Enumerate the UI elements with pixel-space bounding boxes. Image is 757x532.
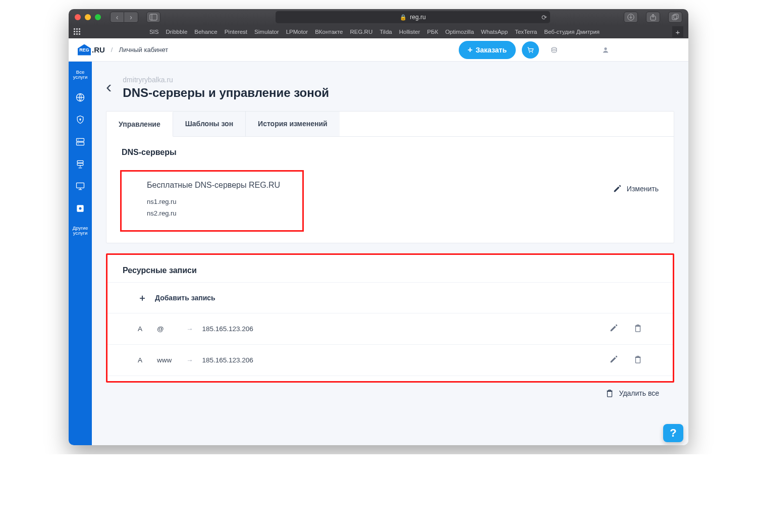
minimize-window-button[interactable] bbox=[85, 14, 91, 20]
favorite-link[interactable]: Tilda bbox=[380, 29, 392, 35]
coins-icon bbox=[550, 46, 558, 54]
record-row: A www → 185.165.123.206 bbox=[107, 345, 673, 376]
favorite-link[interactable]: Dribbble bbox=[166, 29, 187, 35]
layers-icon bbox=[75, 159, 85, 169]
favorite-link[interactable]: Simulator bbox=[254, 29, 279, 35]
arrow-icon: → bbox=[186, 356, 193, 364]
records-card: Ресурсные записи ＋ Добавить запись A @ →… bbox=[106, 253, 674, 383]
sidebar-item-other[interactable]: Другие услуги bbox=[69, 221, 92, 241]
delete-record-button[interactable] bbox=[633, 324, 642, 334]
record-row: A @ → 185.165.123.206 bbox=[107, 313, 673, 345]
downloads-button[interactable] bbox=[624, 12, 638, 23]
window-controls bbox=[75, 14, 101, 20]
disk-icon bbox=[75, 203, 85, 214]
svg-rect-13 bbox=[77, 138, 84, 141]
sidebar-item-backup[interactable] bbox=[69, 198, 92, 219]
nav-back-button[interactable]: ‹ bbox=[110, 12, 124, 23]
sidebar-item-servers[interactable] bbox=[69, 176, 92, 196]
pencil-icon bbox=[613, 184, 622, 193]
favorite-link[interactable]: TexTerra bbox=[515, 29, 537, 35]
close-window-button[interactable] bbox=[75, 14, 81, 20]
svg-point-15 bbox=[78, 139, 79, 140]
logo-mark-icon: REG bbox=[78, 44, 91, 56]
favorite-link[interactable]: SIS bbox=[149, 29, 159, 35]
favorite-link[interactable]: WhatsApp bbox=[481, 29, 508, 35]
tabs: Управление Шаблоны зон История изменений bbox=[106, 112, 674, 137]
zoom-window-button[interactable] bbox=[95, 14, 101, 20]
plus-icon: ＋ bbox=[138, 292, 147, 304]
tab-manage[interactable]: Управление bbox=[106, 112, 173, 137]
add-record-label: Добавить запись bbox=[155, 294, 215, 302]
browser-window: ‹ › 🔒 reg.ru ⟳ SIS Dribb bbox=[69, 9, 688, 445]
balance-chip[interactable] bbox=[545, 43, 590, 57]
top-sites-icon[interactable] bbox=[74, 28, 81, 35]
favorite-link[interactable]: Веб-студия Дмитрия bbox=[544, 29, 600, 35]
breadcrumb-separator: / bbox=[111, 46, 113, 54]
sidebar-toggle-button[interactable] bbox=[146, 12, 160, 23]
svg-rect-14 bbox=[77, 142, 84, 145]
page-body: Все услуги Другие услуги bbox=[69, 62, 688, 445]
delete-all-label: Удалить все bbox=[619, 389, 659, 397]
svg-point-9 bbox=[604, 47, 607, 50]
left-sidebar: Все услуги Другие услуги bbox=[69, 62, 92, 445]
lock-icon: 🔒 bbox=[400, 14, 407, 21]
edit-record-button[interactable] bbox=[609, 355, 618, 365]
favorite-link[interactable]: РБК bbox=[427, 29, 438, 35]
share-button[interactable] bbox=[646, 12, 660, 23]
site-logo[interactable]: REG .RU bbox=[78, 44, 105, 56]
nav-forward-button[interactable]: › bbox=[124, 12, 138, 23]
sidebar-item-all-services[interactable]: Все услуги bbox=[69, 65, 92, 85]
reload-button[interactable]: ⟳ bbox=[542, 14, 547, 21]
sidebar-item-ssl[interactable] bbox=[69, 110, 92, 130]
svg-rect-12 bbox=[80, 120, 80, 121]
add-record-button[interactable]: ＋ Добавить запись bbox=[107, 282, 673, 313]
logo-suffix: .RU bbox=[92, 45, 105, 54]
dns-servers-box: Бесплатные DNS-серверы REG.RU ns1.reg.ru… bbox=[106, 170, 674, 243]
record-type: A bbox=[138, 325, 148, 333]
sidebar-item-vps[interactable] bbox=[69, 154, 92, 174]
monitor-icon bbox=[75, 181, 85, 191]
new-tab-button[interactable]: + bbox=[672, 26, 683, 37]
pencil-icon bbox=[609, 355, 618, 364]
order-label: Заказать bbox=[475, 46, 507, 54]
domain-name: dmitryrybalka.ru bbox=[123, 76, 329, 84]
svg-rect-0 bbox=[150, 14, 157, 20]
favorite-link[interactable]: Pinterest bbox=[225, 29, 247, 35]
change-dns-button[interactable]: Изменить bbox=[613, 170, 659, 193]
order-button[interactable]: + Заказать bbox=[459, 41, 516, 59]
records-section-title: Ресурсные записи bbox=[123, 266, 658, 275]
sidebar-item-hosting[interactable] bbox=[69, 132, 92, 152]
tabs-button[interactable] bbox=[668, 12, 682, 23]
favorite-link[interactable]: LPMotor bbox=[286, 29, 308, 35]
trash-icon bbox=[633, 324, 642, 333]
svg-rect-18 bbox=[77, 163, 83, 165]
sidebar-item-domains[interactable] bbox=[69, 87, 92, 108]
page-head: ‹ dmitryrybalka.ru DNS-серверы и управле… bbox=[106, 76, 674, 100]
favorite-link[interactable]: Hollister bbox=[399, 29, 420, 35]
main-content: ‹ dmitryrybalka.ru DNS-серверы и управле… bbox=[92, 62, 688, 445]
address-bar[interactable]: 🔒 reg.ru ⟳ bbox=[276, 11, 550, 23]
favorite-link[interactable]: ВКонтакте bbox=[315, 29, 343, 35]
edit-record-button[interactable] bbox=[609, 324, 618, 334]
delete-all-button[interactable]: Удалить все bbox=[106, 383, 674, 404]
record-host: @ bbox=[157, 325, 177, 333]
back-button[interactable]: ‹ bbox=[106, 78, 112, 100]
pencil-icon bbox=[609, 324, 618, 333]
svg-point-16 bbox=[78, 143, 79, 144]
favorite-link[interactable]: REG.RU bbox=[350, 29, 372, 35]
user-chip[interactable] bbox=[597, 43, 679, 57]
page-title: DNS-серверы и управление зоной bbox=[123, 86, 329, 100]
tab-templates[interactable]: Шаблоны зон bbox=[173, 112, 246, 136]
user-icon bbox=[602, 46, 610, 54]
arrow-icon: → bbox=[186, 325, 193, 333]
tab-history[interactable]: История изменений bbox=[246, 112, 340, 136]
breadcrumb[interactable]: Личный кабинет bbox=[119, 46, 168, 54]
favorite-link[interactable]: Optimozilla bbox=[445, 29, 474, 35]
help-widget-button[interactable]: ? bbox=[663, 424, 683, 442]
delete-record-button[interactable] bbox=[633, 355, 642, 365]
record-type: A bbox=[138, 356, 148, 364]
dns-info-highlight: Бесплатные DNS-серверы REG.RU ns1.reg.ru… bbox=[120, 170, 304, 232]
cart-button[interactable] bbox=[522, 41, 539, 59]
cart-icon bbox=[526, 46, 534, 54]
favorite-link[interactable]: Behance bbox=[194, 29, 217, 35]
